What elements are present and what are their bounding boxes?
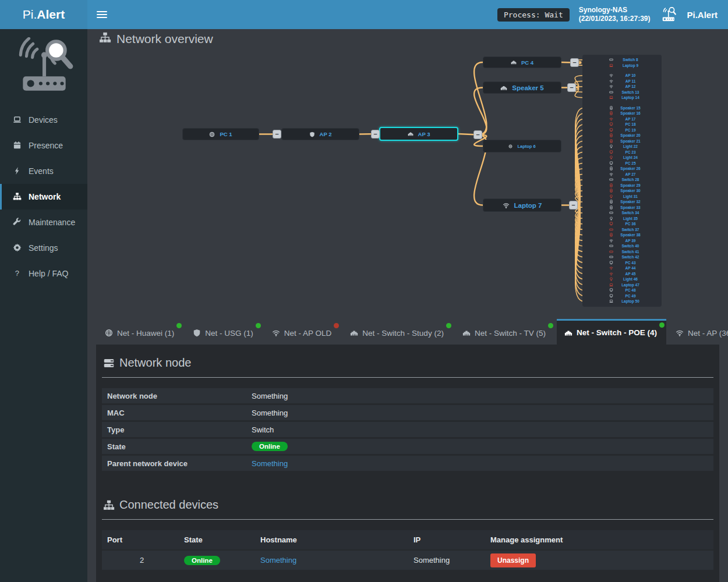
node-label: PC 1 xyxy=(220,131,232,137)
device-item-speaker-15[interactable]: Speaker 15 xyxy=(582,105,662,111)
device-item-switch-13[interactable]: Switch 13 xyxy=(582,90,662,95)
device-item-light-46[interactable]: Light 46 xyxy=(582,276,662,282)
diagram-node-pc-4[interactable]: PC 4 xyxy=(483,56,561,68)
device-item-pc-36[interactable]: PC 36 xyxy=(582,221,662,227)
device-item-light-35[interactable]: Light 35 xyxy=(582,216,662,222)
device-item-light-22[interactable]: Light 22 xyxy=(582,144,662,150)
device-item-pc-19[interactable]: PC 19 xyxy=(582,127,662,133)
speaker-icon xyxy=(609,106,613,110)
diagram-node-laptop-7[interactable]: Laptop 7 xyxy=(483,198,561,212)
host-info: Synology-NAS (22/01/2023, 16:27:39) xyxy=(579,6,651,23)
sidebar-item-presence[interactable]: Presence xyxy=(0,133,87,158)
device-item-light-24[interactable]: Light 24 xyxy=(582,155,662,161)
app-brand[interactable]: Pi.Alert xyxy=(0,0,87,29)
tab-net-ap-36[interactable]: Net - AP (36) xyxy=(668,321,728,345)
wifi-icon xyxy=(609,272,613,276)
pc-icon xyxy=(609,128,613,132)
network-node-table: Network nodeSomethingMACSomethingTypeSwi… xyxy=(102,388,713,471)
device-item-speaker-33[interactable]: Speaker 33 xyxy=(582,205,662,211)
device-item-speaker-30[interactable]: Speaker 30 xyxy=(582,188,662,194)
device-item-switch-8[interactable]: Switch 8 xyxy=(582,57,662,63)
device-item-switch-40[interactable]: Switch 40 xyxy=(582,243,662,249)
sidebar-item-settings[interactable]: Settings xyxy=(0,235,87,261)
calendar-icon xyxy=(13,141,22,150)
sidebar-item-events[interactable]: Events xyxy=(0,158,87,184)
pialert-router-icon xyxy=(659,6,677,23)
device-item-ap-10[interactable]: AP 10 xyxy=(582,73,662,79)
collapse-button[interactable]: – xyxy=(570,58,579,67)
device-item-ap-39[interactable]: AP 39 xyxy=(582,238,662,244)
device-item-ap-11[interactable]: AP 11 xyxy=(582,79,662,84)
sidebar-item-devices[interactable]: Devices xyxy=(0,107,87,133)
pc-icon xyxy=(609,261,613,265)
device-item-switch-37[interactable]: Switch 37 xyxy=(582,227,662,233)
sitemap-icon xyxy=(99,31,111,47)
diagram-node-ap-3[interactable]: AP 3 xyxy=(379,127,458,141)
diagram-node-speaker-5[interactable]: Speaker 5 xyxy=(483,81,561,94)
hamburger-menu-icon[interactable] xyxy=(97,9,107,20)
sidebar-item-help-faq[interactable]: ?Help / FAQ xyxy=(0,261,87,286)
device-item-switch-41[interactable]: Switch 41 xyxy=(582,249,662,255)
tab-net-usg-1[interactable]: Net - USG (1) xyxy=(185,321,263,345)
device-item-speaker-26[interactable]: Speaker 26 xyxy=(582,166,662,172)
diagram-node-ap-2[interactable]: AP 2 xyxy=(281,128,359,140)
speaker-icon xyxy=(609,183,613,187)
tab-net-switch-tv-5[interactable]: Net - Switch - TV (5) xyxy=(455,321,555,345)
connected-devices-table: PortStateHostnameIPManage assignment2Onl… xyxy=(102,530,713,570)
device-item-ap-27[interactable]: AP 27 xyxy=(582,172,662,178)
device-label: Switch 8 xyxy=(613,58,662,62)
device-item-pc-49[interactable]: PC 49 xyxy=(582,293,662,299)
device-item-pc-25[interactable]: PC 25 xyxy=(582,161,662,166)
parent-device-link[interactable]: Something xyxy=(252,459,288,468)
device-item-laptop-9[interactable]: Laptop 9 xyxy=(582,63,662,69)
device-item-switch-28[interactable]: Switch 28 xyxy=(582,177,662,183)
device-item-ap-44[interactable]: AP 44 xyxy=(582,265,662,271)
tab-net-huawei-1[interactable]: Net - Huawei (1) xyxy=(97,321,183,345)
device-item-ap-17[interactable]: AP 17 xyxy=(582,116,662,122)
device-item-speaker-29[interactable]: Speaker 29 xyxy=(582,183,662,189)
ip-cell: Something xyxy=(414,556,490,565)
diagram-node-pc-1[interactable]: PC 1 xyxy=(182,128,259,140)
device-label: Speaker 32 xyxy=(613,200,662,204)
tab-label: Net - Switch - POE (4) xyxy=(577,328,657,337)
switch-icon xyxy=(609,90,613,94)
tab-net-ap-old[interactable]: Net - AP OLD xyxy=(264,321,341,345)
collapse-button[interactable]: – xyxy=(567,83,576,92)
device-item-pc-23[interactable]: PC 23 xyxy=(582,150,662,155)
hostname-link[interactable]: Something xyxy=(260,556,414,565)
unassign-button[interactable]: Unassign xyxy=(490,553,536,567)
diagram-node-laptop-6[interactable]: Laptop 6 xyxy=(483,140,561,152)
device-item-pc-43[interactable]: PC 43 xyxy=(582,260,662,266)
node-label: Laptop 7 xyxy=(514,202,542,209)
device-item-ap-12[interactable]: AP 12 xyxy=(582,84,662,90)
device-label: AP 11 xyxy=(613,79,662,83)
device-item-light-31[interactable]: Light 31 xyxy=(582,194,662,200)
collapse-button[interactable]: – xyxy=(473,130,482,139)
sidebar-item-network[interactable]: Network xyxy=(0,184,87,210)
speaker-icon xyxy=(609,200,613,204)
device-item-laptop-14[interactable]: Laptop 14 xyxy=(582,95,662,101)
device-item-ap-45[interactable]: AP 45 xyxy=(582,271,662,277)
device-label: AP 27 xyxy=(613,172,662,176)
tab-net-switch-study-2[interactable]: Net - Switch - Study (2) xyxy=(342,321,453,345)
tab-net-switch-poe-4[interactable]: Net - Switch - POE (4) xyxy=(557,319,666,345)
device-item-switch-34[interactable]: Switch 34 xyxy=(582,210,662,216)
collapse-button[interactable]: – xyxy=(569,201,578,210)
device-item-laptop-47[interactable]: Laptop 47 xyxy=(582,282,662,288)
column-header-ip: IP xyxy=(414,535,490,544)
device-item-pc-18[interactable]: PC 18 xyxy=(582,122,662,127)
wifi-icon xyxy=(609,84,613,88)
device-item-speaker-16[interactable]: Speaker 16 xyxy=(582,111,662,116)
sidebar-item-maintenance[interactable]: Maintenance xyxy=(0,210,87,235)
device-item-speaker-21[interactable]: Speaker 21 xyxy=(582,139,662,144)
device-item-switch-42[interactable]: Switch 42 xyxy=(582,254,662,260)
device-item-pc-48[interactable]: PC 48 xyxy=(582,288,662,293)
state-badge: Online xyxy=(252,442,288,451)
collapse-button[interactable]: – xyxy=(371,130,380,139)
device-item-speaker-32[interactable]: Speaker 32 xyxy=(582,199,662,205)
device-label: PC 23 xyxy=(613,150,662,154)
device-item-speaker-38[interactable]: Speaker 38 xyxy=(582,232,662,238)
collapse-button[interactable]: – xyxy=(273,130,281,139)
device-item-laptop-50[interactable]: Laptop 50 xyxy=(582,299,662,304)
device-item-speaker-20[interactable]: Speaker 20 xyxy=(582,133,662,139)
